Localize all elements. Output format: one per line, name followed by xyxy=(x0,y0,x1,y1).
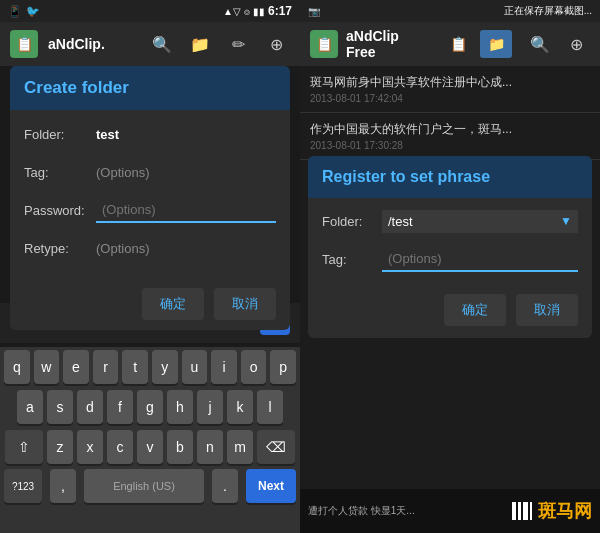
left-app-bar: 📋 aNdClip. 🔍 📁 ✏ ⊕ xyxy=(0,22,300,66)
left-search-icon[interactable]: 🔍 xyxy=(148,35,176,54)
right-add-icon[interactable]: ⊕ xyxy=(562,35,590,54)
key-e[interactable]: e xyxy=(63,350,89,384)
svg-rect-2 xyxy=(518,502,521,520)
password-input[interactable] xyxy=(96,198,276,223)
key-u[interactable]: u xyxy=(182,350,208,384)
key-d[interactable]: d xyxy=(77,390,103,424)
right-dialog-buttons: 确定 取消 xyxy=(308,290,592,338)
password-label: Password: xyxy=(24,203,96,218)
app-icon: 📋 xyxy=(10,30,38,58)
key-i[interactable]: i xyxy=(211,350,237,384)
folder-label: Folder: xyxy=(24,127,96,142)
keyboard-row-1: q w e r t y u i o p xyxy=(0,347,300,387)
zebra-logo[interactable]: 斑马网 xyxy=(510,499,592,523)
right-app-icon: 📋 xyxy=(310,30,338,58)
key-c[interactable]: c xyxy=(107,430,133,464)
dialog-buttons: 确定 取消 xyxy=(10,282,290,330)
left-time: 6:17 xyxy=(268,4,292,18)
right-app-title: aNdClip Free xyxy=(346,28,428,60)
tag-row: Tag: (Options) xyxy=(24,156,276,188)
left-app-title: aNdClip. xyxy=(48,36,138,52)
retype-row: Retype: (Options) xyxy=(24,232,276,264)
keyboard-row-4: ?123 , English (US) . Next xyxy=(0,467,300,505)
key-l[interactable]: l xyxy=(257,390,283,424)
key-n[interactable]: n xyxy=(197,430,223,464)
left-status-bar: 📱 🐦 ▲▽ ⌾ ▮▮ 6:17 xyxy=(0,0,300,22)
create-folder-dialog: Create folder Folder: test Tag: (Options… xyxy=(10,66,290,330)
right-folder-row: Folder: /test ▼ xyxy=(322,206,578,236)
dialog-body: Folder: test Tag: (Options) Password: Re… xyxy=(10,110,290,282)
right-folder-dropdown[interactable]: /test ▼ xyxy=(382,210,578,233)
confirm-button[interactable]: 确定 xyxy=(142,288,204,320)
key-f[interactable]: f xyxy=(107,390,133,424)
key-y[interactable]: y xyxy=(152,350,178,384)
key-g[interactable]: g xyxy=(137,390,163,424)
folder-row: Folder: test xyxy=(24,118,276,150)
key-v[interactable]: v xyxy=(137,430,163,464)
key-t[interactable]: t xyxy=(122,350,148,384)
tab-clipboard[interactable]: 📋 xyxy=(442,30,474,58)
right-app-bar: 📋 aNdClip Free 📋 📁 🔍 ⊕ xyxy=(300,22,600,66)
right-tag-row: Tag: xyxy=(322,244,578,274)
news-item-1[interactable]: 斑马网前身中国共享软件注册中心成... 2013-08-01 17:42:04 xyxy=(300,66,600,113)
key-q[interactable]: q xyxy=(4,350,30,384)
status-bar-left-icons: 📱 🐦 xyxy=(8,5,40,18)
key-comma[interactable]: , xyxy=(50,469,76,503)
right-status-bar: 📷 正在保存屏幕截图... xyxy=(300,0,600,22)
right-tag-input[interactable] xyxy=(382,247,578,272)
key-shift[interactable]: ⇧ xyxy=(5,430,43,464)
keyboard: q w e r t y u i o p a s d f g h j k l ⇧ … xyxy=(0,347,300,533)
retype-value: (Options) xyxy=(96,241,149,256)
left-add-icon[interactable]: ⊕ xyxy=(262,35,290,54)
key-j[interactable]: j xyxy=(197,390,223,424)
news-title-1: 斑马网前身中国共享软件注册中心成... xyxy=(310,74,590,91)
key-z[interactable]: z xyxy=(47,430,73,464)
right-tag-label: Tag: xyxy=(322,252,382,267)
key-s[interactable]: s xyxy=(47,390,73,424)
right-folder-label: Folder: xyxy=(322,214,382,229)
right-banner: 遭打个人贷款 快显1天... 斑马网 xyxy=(300,489,600,533)
keyboard-row-3: ⇧ z x c v b n m ⌫ xyxy=(0,427,300,467)
key-delete[interactable]: ⌫ xyxy=(257,430,295,464)
keyboard-row-2: a s d f g h j k l xyxy=(0,387,300,427)
key-num-symbol[interactable]: ?123 xyxy=(4,469,42,503)
zebra-icon xyxy=(510,499,534,523)
right-cancel-button[interactable]: 取消 xyxy=(516,294,578,326)
right-search-icon[interactable]: 🔍 xyxy=(526,35,554,54)
right-dialog-body: Folder: /test ▼ Tag: xyxy=(308,198,592,290)
signal-icon: ▲▽ xyxy=(223,6,241,17)
right-status-text: 正在保存屏幕截图... xyxy=(504,4,592,18)
key-m[interactable]: m xyxy=(227,430,253,464)
key-o[interactable]: o xyxy=(241,350,267,384)
bird-icon: 🐦 xyxy=(26,5,40,18)
key-w[interactable]: w xyxy=(34,350,60,384)
right-panel: 📷 正在保存屏幕截图... 📋 aNdClip Free 📋 📁 🔍 ⊕ 斑马网… xyxy=(300,0,600,533)
tag-value: (Options) xyxy=(96,165,149,180)
key-period[interactable]: . xyxy=(212,469,238,503)
key-b[interactable]: b xyxy=(167,430,193,464)
key-x[interactable]: x xyxy=(77,430,103,464)
news-time-2: 2013-08-01 17:30:28 xyxy=(310,140,590,151)
key-a[interactable]: a xyxy=(17,390,43,424)
retype-label: Retype: xyxy=(24,241,96,256)
screenshot-icon: 📷 xyxy=(308,6,320,17)
tab-folder[interactable]: 📁 xyxy=(480,30,512,58)
svg-rect-1 xyxy=(512,502,516,520)
password-row: Password: xyxy=(24,194,276,226)
key-k[interactable]: k xyxy=(227,390,253,424)
cancel-button[interactable]: 取消 xyxy=(214,288,276,320)
news-item-2[interactable]: 作为中国最大的软件门户之一，斑马... 2013-08-01 17:30:28 xyxy=(300,113,600,160)
key-h[interactable]: h xyxy=(167,390,193,424)
wifi-icon: ⌾ xyxy=(244,6,250,17)
right-folder-value: /test xyxy=(388,214,413,229)
right-confirm-button[interactable]: 确定 xyxy=(444,294,506,326)
zebra-text: 斑马网 xyxy=(538,499,592,523)
key-next[interactable]: Next xyxy=(246,469,296,503)
key-p[interactable]: p xyxy=(270,350,296,384)
left-edit-icon[interactable]: ✏ xyxy=(224,35,252,54)
key-space[interactable]: English (US) xyxy=(84,469,204,503)
left-folder-icon[interactable]: 📁 xyxy=(186,35,214,54)
svg-rect-4 xyxy=(530,502,532,520)
key-r[interactable]: r xyxy=(93,350,119,384)
right-content: 斑马网前身中国共享软件注册中心成... 2013-08-01 17:42:04 … xyxy=(300,66,600,533)
